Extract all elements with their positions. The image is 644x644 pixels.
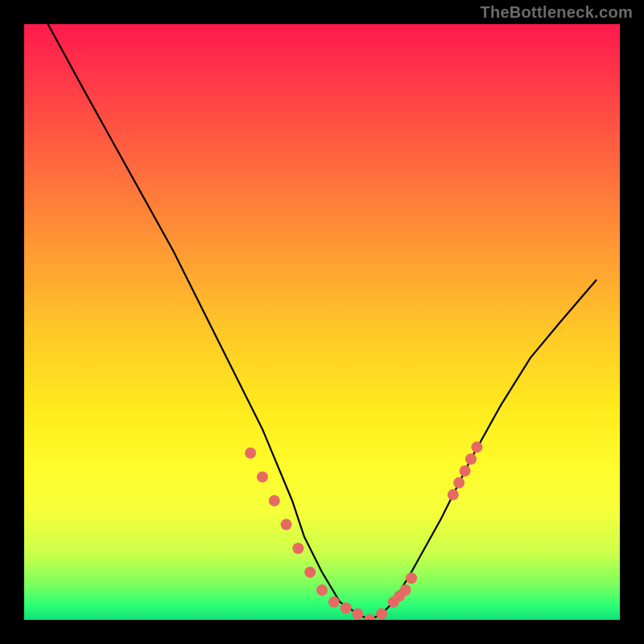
highlight-dot bbox=[465, 453, 477, 464]
highlight-dot bbox=[352, 609, 363, 620]
plot-area bbox=[24, 24, 620, 620]
highlight-dot bbox=[376, 609, 387, 620]
chart-svg bbox=[24, 24, 620, 620]
highlight-dot bbox=[341, 602, 352, 613]
frame: TheBottleneck.com bbox=[0, 0, 644, 644]
bottleneck-curve bbox=[48, 24, 597, 620]
highlight-dot bbox=[448, 489, 459, 501]
highlight-dot bbox=[471, 441, 482, 452]
highlight-dot bbox=[328, 597, 340, 608]
highlight-dot bbox=[281, 519, 292, 530]
highlight-dot bbox=[453, 477, 464, 489]
highlight-dot bbox=[460, 465, 471, 477]
highlight-dot bbox=[304, 567, 316, 578]
highlight-dot bbox=[269, 495, 280, 506]
highlight-dot bbox=[364, 614, 375, 620]
highlight-dot bbox=[292, 543, 303, 554]
highlighted-points-group bbox=[245, 441, 482, 620]
highlight-dot bbox=[406, 572, 417, 584]
highlight-dot bbox=[245, 448, 256, 459]
highlight-dot bbox=[400, 584, 411, 596]
watermark-text: TheBottleneck.com bbox=[480, 3, 633, 22]
highlight-dot bbox=[257, 471, 268, 482]
highlight-dot bbox=[316, 584, 328, 596]
